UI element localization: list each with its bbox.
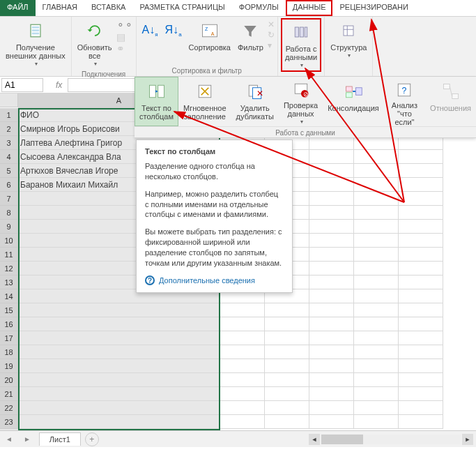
cell[interactable] [309, 192, 354, 206]
row-header[interactable]: 13 [0, 275, 18, 289]
row-header[interactable]: 1 [0, 108, 18, 122]
get-external-data-button[interactable]: Получение внешних данных [3, 18, 68, 69]
relationships-button[interactable]: Отношения [425, 77, 476, 126]
row-header[interactable]: 15 [0, 303, 18, 317]
flash-fill-button[interactable]: Мгновенное заполнение [178, 77, 231, 126]
cell[interactable] [220, 331, 265, 345]
cell[interactable] [354, 373, 399, 387]
scroll-left-button[interactable]: ◄ [309, 434, 320, 445]
cell[interactable] [354, 206, 399, 220]
fx-button[interactable]: fx [52, 79, 66, 91]
row-header[interactable]: 23 [0, 415, 18, 429]
cell[interactable] [354, 275, 399, 289]
cell[interactable] [18, 317, 220, 331]
cell[interactable] [399, 248, 443, 262]
scroll-right-button[interactable]: ► [462, 434, 473, 445]
row-header[interactable]: 10 [0, 234, 18, 248]
row-header[interactable]: 2 [0, 122, 18, 136]
scroll-track[interactable] [321, 435, 461, 444]
sheet-add-button[interactable]: + [85, 432, 99, 446]
cell[interactable] [354, 401, 399, 415]
cell[interactable] [399, 150, 443, 164]
tab-file[interactable]: ФАЙЛ [0, 0, 36, 16]
cell[interactable] [18, 345, 220, 359]
cell[interactable] [354, 415, 399, 429]
cell[interactable] [309, 262, 354, 275]
connections-icon[interactable]: ⚬⚬ [116, 20, 133, 31]
row-header[interactable]: 20 [0, 373, 18, 387]
cell[interactable] [309, 220, 354, 234]
row-header[interactable]: 18 [0, 345, 18, 359]
cell[interactable] [309, 178, 354, 192]
cell[interactable] [399, 345, 443, 359]
cell[interactable] [399, 289, 443, 303]
cell[interactable] [309, 248, 354, 262]
cell[interactable] [309, 373, 354, 387]
data-tools-button[interactable]: Работа с данными [281, 18, 321, 72]
cell[interactable] [309, 275, 354, 289]
cell[interactable] [309, 359, 354, 373]
row-header[interactable]: 12 [0, 262, 18, 275]
cell[interactable] [399, 206, 443, 220]
refresh-all-button[interactable]: Обновить все [75, 18, 115, 69]
cell[interactable] [309, 345, 354, 359]
cell[interactable] [220, 317, 265, 331]
cell[interactable] [18, 401, 220, 415]
sheet-nav-prev[interactable]: ◄ [0, 435, 18, 443]
cell[interactable] [18, 359, 220, 373]
cell[interactable] [309, 317, 354, 331]
cell[interactable] [354, 192, 399, 206]
sort-asc-button[interactable]: A↓я [139, 18, 161, 40]
clear-filter-icon[interactable]: ✕ [268, 20, 275, 29]
cell[interactable] [399, 262, 443, 275]
cell[interactable] [265, 317, 309, 331]
filter-button[interactable]: Фильтр [235, 18, 266, 53]
row-header[interactable]: 16 [0, 317, 18, 331]
cell[interactable] [265, 401, 309, 415]
row-header[interactable]: 9 [0, 220, 18, 234]
cell[interactable] [265, 345, 309, 359]
cell[interactable] [18, 387, 220, 401]
row-header[interactable]: 8 [0, 206, 18, 220]
cell[interactable] [309, 206, 354, 220]
cell[interactable] [399, 136, 443, 150]
row-header[interactable]: 19 [0, 359, 18, 373]
row-header[interactable]: 4 [0, 150, 18, 164]
cell[interactable] [399, 275, 443, 289]
cell[interactable] [399, 192, 443, 206]
cell[interactable] [18, 331, 220, 345]
cell[interactable] [265, 331, 309, 345]
cell[interactable] [399, 359, 443, 373]
cell[interactable] [309, 150, 354, 164]
sheet-tab-1[interactable]: Лист1 [39, 432, 81, 446]
cell[interactable] [309, 387, 354, 401]
cell[interactable] [220, 345, 265, 359]
row-header[interactable]: 14 [0, 289, 18, 303]
cell[interactable] [354, 303, 399, 317]
cell[interactable] [354, 150, 399, 164]
cell[interactable] [309, 331, 354, 345]
cell[interactable] [309, 289, 354, 303]
cell[interactable] [354, 359, 399, 373]
row-header[interactable]: 7 [0, 192, 18, 206]
cell[interactable] [354, 220, 399, 234]
tab-data[interactable]: ДАННЫЕ [286, 0, 333, 16]
properties-icon[interactable]: ▤ [116, 31, 133, 43]
cell[interactable] [354, 164, 399, 178]
remove-duplicates-button[interactable]: ✕ Удалить дубликаты [231, 77, 279, 126]
cell[interactable] [18, 373, 220, 387]
reapply-icon[interactable]: ↻ [268, 30, 275, 40]
cell[interactable] [399, 373, 443, 387]
cell[interactable] [265, 415, 309, 429]
advanced-icon[interactable]: ▾ [268, 40, 275, 50]
cell[interactable] [220, 359, 265, 373]
cell[interactable] [399, 415, 443, 429]
cell[interactable] [309, 164, 354, 178]
cell[interactable] [354, 387, 399, 401]
cell[interactable] [354, 317, 399, 331]
cell[interactable] [354, 289, 399, 303]
tab-formulas[interactable]: ФОРМУЛЫ [232, 0, 286, 16]
row-header[interactable]: 6 [0, 178, 18, 192]
text-to-columns-button[interactable]: Текст по столбцам [135, 77, 178, 126]
cell[interactable] [354, 136, 399, 150]
